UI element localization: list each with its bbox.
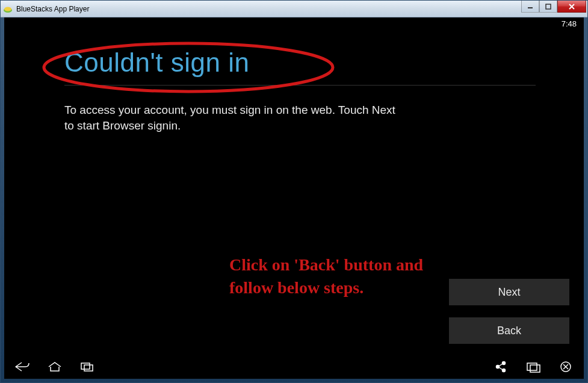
next-button[interactable]: Next bbox=[449, 279, 569, 305]
share-icon[interactable] bbox=[492, 358, 509, 375]
svg-rect-13 bbox=[527, 363, 537, 370]
svg-point-8 bbox=[497, 366, 500, 369]
back-button[interactable]: Back bbox=[449, 317, 569, 344]
back-nav-icon[interactable] bbox=[14, 358, 31, 375]
window-frame: BlueStacks App Player 7:48 Couldn't sign… bbox=[0, 0, 588, 383]
clock: 7:48 bbox=[562, 19, 577, 28]
maximize-button[interactable] bbox=[539, 1, 557, 13]
annotation-text: Click on 'Back' button and follow below … bbox=[229, 254, 428, 299]
svg-point-1 bbox=[4, 7, 11, 11]
svg-point-10 bbox=[503, 369, 506, 372]
svg-rect-6 bbox=[81, 363, 90, 369]
android-statusbar: 7:48 bbox=[4, 17, 584, 30]
fullscreen-icon[interactable] bbox=[525, 358, 542, 375]
heading-divider bbox=[64, 85, 536, 86]
svg-point-9 bbox=[503, 362, 506, 365]
svg-line-11 bbox=[499, 364, 503, 366]
app-icon bbox=[3, 4, 13, 14]
content-area: Couldn't sign in To access your account,… bbox=[4, 36, 584, 355]
close-app-icon[interactable] bbox=[557, 358, 574, 375]
window-controls bbox=[521, 1, 586, 13]
svg-rect-3 bbox=[546, 4, 551, 9]
svg-rect-14 bbox=[530, 365, 540, 372]
button-column: Next Back bbox=[449, 279, 569, 344]
android-navbar bbox=[4, 355, 584, 379]
window-title: BlueStacks App Player bbox=[16, 5, 89, 13]
body-text: To access your account, you must sign in… bbox=[64, 102, 401, 133]
app-body: 7:48 Couldn't sign in To access your acc… bbox=[4, 17, 584, 379]
svg-line-12 bbox=[499, 367, 503, 370]
titlebar: BlueStacks App Player bbox=[1, 1, 587, 17]
svg-rect-7 bbox=[84, 365, 93, 371]
close-button[interactable] bbox=[557, 1, 586, 13]
home-nav-icon[interactable] bbox=[46, 358, 63, 375]
page-heading: Couldn't sign in bbox=[64, 48, 536, 78]
recent-apps-icon[interactable] bbox=[79, 358, 96, 375]
minimize-button[interactable] bbox=[521, 1, 539, 13]
